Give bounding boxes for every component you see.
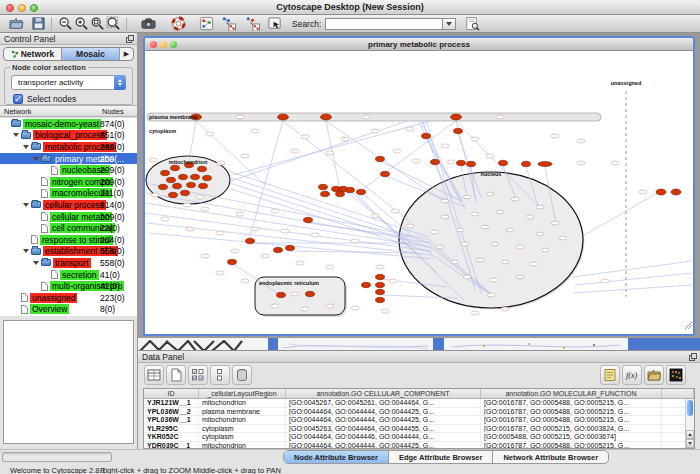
tree-row[interactable]: cellular metabo209(0) (0, 211, 137, 223)
graph-node-selected[interactable] (171, 165, 180, 170)
graph-node[interactable] (471, 212, 479, 216)
tree-row[interactable]: nitrogen compo209(0) (0, 176, 137, 188)
graph-node-selected[interactable] (286, 245, 295, 250)
graph-node[interactable] (241, 154, 249, 158)
graph-node[interactable] (161, 217, 169, 221)
graph-node[interactable] (481, 225, 489, 229)
graph-node[interactable] (236, 115, 244, 119)
graph-node[interactable] (206, 132, 214, 136)
graph-node[interactable] (441, 144, 449, 148)
graph-node[interactable] (217, 161, 225, 165)
table-header-row[interactable]: ID_cellularLayoutRegionannotation.GO CEL… (144, 389, 694, 399)
graph-node-selected[interactable] (203, 175, 212, 180)
graph-node-selected[interactable] (376, 297, 385, 302)
graph-node[interactable] (441, 199, 449, 203)
graph-node[interactable] (261, 254, 269, 258)
graph-node-selected[interactable] (167, 177, 176, 182)
graph-node[interactable] (406, 127, 414, 131)
scrollbar-thumb[interactable] (687, 400, 693, 416)
graph-node[interactable] (236, 212, 244, 216)
column-header[interactable]: annotation.GO CELLULAR_COMPONENT (286, 389, 481, 398)
column-header[interactable]: ID (144, 389, 199, 398)
tab-mosaic[interactable]: Mosaic (62, 48, 120, 60)
graph-node-selected[interactable] (522, 161, 531, 166)
tree-row[interactable]: macromolecule311(0) (0, 188, 137, 200)
expand-arrow-icon[interactable] (33, 261, 39, 265)
graph-node[interactable] (341, 137, 349, 141)
table-row[interactable]: YDR039C__1mitochondrion[GO:0044464, GO:0… (144, 442, 694, 450)
graph-node[interactable] (501, 260, 509, 264)
expand-arrow-icon[interactable] (23, 145, 29, 149)
graph-node[interactable] (381, 309, 389, 313)
graph-node[interactable] (461, 242, 469, 246)
tab-network-attribute-browser[interactable]: Network Attribute Browser (493, 451, 608, 463)
graph-node[interactable] (241, 279, 249, 283)
tree-row[interactable]: cell communicat22(0) (0, 222, 137, 234)
snapshot-icon[interactable] (140, 16, 156, 32)
graph-node-selected[interactable] (362, 282, 371, 287)
graph-node[interactable] (601, 279, 609, 283)
graph-node-selected[interactable] (274, 247, 283, 252)
graph-node-selected[interactable] (376, 156, 385, 161)
attribute-matrix-icon[interactable] (666, 365, 686, 385)
save-icon[interactable] (30, 16, 46, 32)
tree-row[interactable]: transport558(0) (0, 257, 137, 269)
graph-node[interactable] (496, 115, 504, 119)
graph-node[interactable] (489, 278, 497, 282)
table-row[interactable]: YPL036W__2plasma membrane[GO:0044464, GO… (144, 408, 694, 417)
tree-row[interactable]: Overview8(0) (0, 304, 137, 316)
graph-node[interactable] (291, 292, 299, 296)
graph-node[interactable] (201, 207, 209, 211)
graph-node[interactable] (291, 149, 299, 153)
create-network-from-selected-nodes-all-edges-icon[interactable] (220, 16, 236, 32)
graph-node[interactable] (526, 215, 534, 219)
annotation-icon[interactable] (266, 16, 282, 32)
graph-node[interactable] (476, 258, 484, 262)
graph-node[interactable] (486, 154, 494, 158)
graph-node[interactable] (216, 231, 224, 235)
graph-node-selected[interactable] (321, 114, 332, 120)
graph-node[interactable] (577, 161, 585, 165)
graph-node[interactable] (412, 159, 420, 163)
graph-node[interactable] (501, 307, 509, 311)
tree-row[interactable]: establishment of lo558(0) (0, 246, 137, 258)
birdseye-view-panel[interactable] (3, 320, 134, 444)
graph-node[interactable] (362, 115, 370, 119)
expand-arrow-icon[interactable] (23, 203, 29, 207)
search-dropdown-icon[interactable] (443, 18, 456, 30)
graph-node-selected[interactable] (376, 274, 385, 279)
graph-node-selected[interactable] (376, 289, 385, 294)
graph-node-selected[interactable] (161, 170, 170, 175)
unselect-attributes-icon[interactable] (210, 365, 230, 385)
graph-node-selected[interactable] (306, 291, 315, 296)
expand-arrow-icon[interactable] (13, 133, 19, 137)
graph-edge[interactable] (189, 121, 196, 161)
zoom-out-icon[interactable] (57, 16, 73, 32)
graph-node[interactable] (149, 158, 157, 162)
column-header[interactable]: _cellularLayoutRegion (199, 389, 286, 398)
graph-node[interactable] (577, 139, 585, 143)
graph-node-selected[interactable] (346, 187, 355, 192)
graph-node[interactable] (326, 304, 334, 308)
graph-node[interactable] (436, 245, 444, 249)
graph-edge[interactable] (228, 171, 429, 237)
node-color-dropdown[interactable]: transporter activity (11, 75, 126, 90)
graph-node-selected[interactable] (199, 183, 208, 188)
node-attribute-table[interactable]: ID_cellularLayoutRegionannotation.GO CEL… (143, 388, 695, 449)
import-attributes-icon[interactable] (644, 365, 664, 385)
open-file-icon[interactable] (8, 16, 24, 32)
expand-arrow-icon[interactable] (33, 157, 39, 161)
graph-node[interactable] (456, 228, 464, 232)
graph-node[interactable] (351, 239, 359, 243)
select-nodes-checkbox[interactable]: ✓ (13, 94, 23, 104)
graph-node-selected[interactable] (179, 174, 188, 179)
graph-edge[interactable] (145, 203, 430, 247)
network-window-titlebar[interactable]: primary metabolic process (145, 38, 693, 51)
graph-node-selected[interactable] (187, 182, 196, 187)
graph-node[interactable] (326, 151, 334, 155)
graph-node[interactable] (511, 197, 519, 201)
graph-edge[interactable] (573, 285, 692, 293)
scroll-down-icon[interactable] (686, 439, 694, 448)
table-row[interactable]: YJR121W__1mitochondrion[GO:0045267, GO:0… (144, 399, 694, 408)
graph-node-selected[interactable] (422, 133, 431, 138)
